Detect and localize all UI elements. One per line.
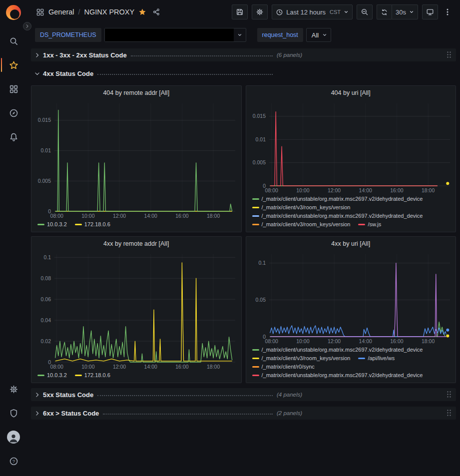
legend-item[interactable]: /_matrix/client/r0/sync xyxy=(252,364,315,370)
sidebar-item-profile[interactable] xyxy=(0,425,27,449)
time-series-chart[interactable]: 00.050.108:0010:0012:0014:0016:0018:00 xyxy=(246,250,456,345)
row-drag-handle[interactable] xyxy=(447,409,452,417)
chevron-down-icon xyxy=(344,9,349,14)
x-axis-tick-label: 14:00 xyxy=(359,338,372,344)
sidebar-item-starred[interactable] xyxy=(0,53,27,77)
chart-canvas[interactable]: 00.0050.010.01508:0010:0012:0014:0016:00… xyxy=(33,99,242,220)
y-axis-tick-label: 0.01 xyxy=(255,136,266,142)
tv-mode-button[interactable] xyxy=(422,4,438,19)
row-header-4xx[interactable]: 4xx Status Code xyxy=(31,67,456,80)
sidebar-item-explore[interactable] xyxy=(0,101,27,125)
panel-title[interactable]: 404 by remote addr [All] xyxy=(31,86,241,99)
chevron-down-icon xyxy=(409,9,414,14)
favorite-star-icon[interactable] xyxy=(138,8,146,16)
sidebar-expand-button[interactable] xyxy=(23,22,31,30)
star-icon xyxy=(9,60,18,70)
row-title-group: 1xx - 3xx - 2xx Status Code xyxy=(43,51,277,59)
legend-series-color xyxy=(252,358,259,359)
save-dashboard-button[interactable] xyxy=(232,4,248,19)
time-range-picker[interactable]: Last 12 hours CST xyxy=(272,4,353,19)
gear-icon xyxy=(9,385,18,394)
series-end-marker xyxy=(446,329,449,332)
panel-title[interactable]: 404 by uri [All] xyxy=(246,86,456,99)
request-host-select[interactable]: All xyxy=(306,28,331,42)
legend-series-label: 172.18.0.6 xyxy=(84,372,110,378)
panel-title[interactable]: 4xx by remote addr [All] xyxy=(31,237,241,250)
legend-item[interactable]: /_matrix/client/v3/room_keys/version xyxy=(252,355,351,361)
legend-series-color xyxy=(75,224,82,225)
row-header-6xx[interactable]: 6xx > Status Code (2 panels) xyxy=(31,407,456,420)
chart-canvas[interactable]: 00.020.040.060.080.108:0010:0012:0014:00… xyxy=(33,250,242,371)
row-drag-handle[interactable] xyxy=(447,391,452,399)
time-series-chart[interactable]: 00.0050.010.01508:0010:0012:0014:0016:00… xyxy=(31,99,241,220)
sidebar-item-help[interactable]: ? xyxy=(0,449,27,473)
chart-legend: 10.0.3.2172.18.0.6 xyxy=(31,371,241,383)
legend-item[interactable]: /_matrix/client/unstable/org.matrix.msc2… xyxy=(252,347,423,353)
refresh-interval-label: 30s xyxy=(396,8,406,16)
share-icon[interactable] xyxy=(152,8,160,16)
sidebar-item-server-admin[interactable] xyxy=(0,401,27,425)
variable-label-datasource: DS_PROMETHEUS xyxy=(35,28,101,42)
legend-series-color xyxy=(252,198,259,200)
chevron-down-icon xyxy=(34,70,43,77)
dashboard-settings-button[interactable] xyxy=(252,4,268,19)
x-axis-tick-label: 12:00 xyxy=(327,338,340,344)
y-axis-tick-label: 0.005 xyxy=(38,178,51,184)
grafana-logo[interactable] xyxy=(6,5,21,20)
legend-item[interactable]: 172.18.0.6 xyxy=(75,221,110,227)
sidebar-item-dashboards[interactable] xyxy=(0,77,27,101)
legend-item[interactable]: /_matrix/client/v3/room_keys/version xyxy=(252,221,351,227)
sidebar-item-search[interactable] xyxy=(0,29,27,53)
sidebar-item-alerting[interactable] xyxy=(0,125,27,149)
legend-item[interactable]: /_matrix/client/unstable/org.matrix.msc2… xyxy=(252,372,423,378)
y-axis-tick-label: 0.01 xyxy=(41,147,51,153)
row-leader-dots xyxy=(103,414,273,415)
row-header-5xx[interactable]: 5xx Status Code (4 panels) xyxy=(31,388,456,401)
chart-canvas[interactable]: 00.0050.010.01508:0010:0012:0014:0016:00… xyxy=(248,99,457,194)
series-line xyxy=(55,327,232,362)
legend-item[interactable]: /_matrix/client/unstable/org.matrix.msc2… xyxy=(252,213,423,219)
x-axis-tick-label: 10:00 xyxy=(81,213,94,219)
breadcrumb-section[interactable]: General xyxy=(48,8,74,16)
timezone-label: CST xyxy=(330,9,341,15)
panel-title[interactable]: 4xx by uri [All] xyxy=(246,237,456,250)
legend-item[interactable]: 10.0.3.2 xyxy=(37,372,67,378)
x-axis-tick-label: 12:00 xyxy=(113,364,126,370)
legend-series-label: /_matrix/client/unstable/org.matrix.msc2… xyxy=(262,347,423,353)
zoom-out-button[interactable] xyxy=(357,4,373,19)
more-options-button[interactable] xyxy=(442,4,453,19)
sidebar-item-configuration[interactable] xyxy=(0,377,27,401)
dashboard-canvas: 1xx - 3xx - 2xx Status Code (6 panels) 4… xyxy=(27,48,460,476)
legend-series-label: /api/live/ws xyxy=(368,355,395,361)
legend-item[interactable]: 10.0.3.2 xyxy=(37,221,67,227)
row-header-1xx-3xx-2xx[interactable]: 1xx - 3xx - 2xx Status Code (6 panels) xyxy=(31,48,456,61)
legend-item[interactable]: /api/live/ws xyxy=(358,355,395,361)
legend-item[interactable]: /sw.js xyxy=(358,221,381,227)
x-axis-tick-label: 14:00 xyxy=(144,213,157,219)
legend-series-color xyxy=(252,207,259,208)
legend-series-label: /_matrix/client/unstable/org.matrix.msc2… xyxy=(262,213,423,219)
datasource-select[interactable] xyxy=(104,28,246,42)
legend-item[interactable]: /_matrix/client/unstable/org.matrix.msc2… xyxy=(252,196,423,202)
time-series-chart[interactable]: 00.020.040.060.080.108:0010:0012:0014:00… xyxy=(31,250,241,371)
row-drag-handle[interactable] xyxy=(447,51,452,59)
refresh-button[interactable] xyxy=(377,4,392,19)
grafana-app: ? General / NGINX PROXY xyxy=(0,0,460,476)
chevron-down-icon xyxy=(234,32,246,37)
chevron-right-icon xyxy=(25,24,29,28)
legend-series-label: /_matrix/client/v3/room_keys/version xyxy=(262,355,351,361)
legend-item[interactable]: 172.18.0.6 xyxy=(75,372,110,378)
chart-canvas[interactable]: 00.050.108:0010:0012:0014:0016:0018:00 xyxy=(248,250,457,345)
row-leader-dots xyxy=(97,395,273,396)
panel-title-text: 4xx by uri [All] xyxy=(331,240,370,247)
refresh-interval-select[interactable]: 30s xyxy=(392,4,418,19)
x-axis-tick-label: 18:00 xyxy=(421,338,434,344)
row-title: 4xx Status Code xyxy=(43,70,93,77)
y-axis-tick-label: 0.015 xyxy=(252,113,265,119)
breadcrumb: General / NGINX PROXY xyxy=(36,8,160,16)
dashboard-toolbar: Last 12 hours CST 30s xyxy=(232,4,453,19)
time-series-chart[interactable]: 00.0050.010.01508:0010:0012:0014:0016:00… xyxy=(246,99,456,194)
avatar xyxy=(7,431,20,444)
legend-item[interactable]: /_matrix/client/v3/room_keys/version xyxy=(252,204,351,210)
row-title-group: 5xx Status Code xyxy=(43,391,277,399)
